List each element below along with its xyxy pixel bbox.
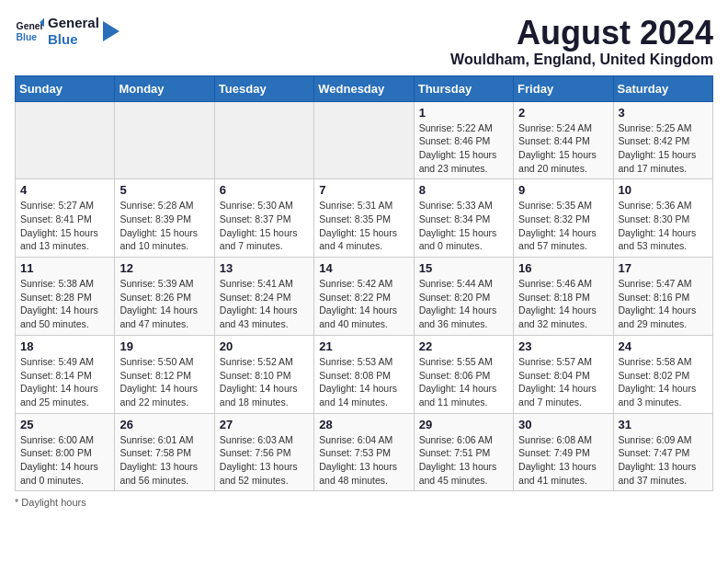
calendar-cell: 16Sunrise: 5:46 AMSunset: 8:18 PMDayligh… (514, 258, 613, 336)
day-content: Sunrise: 5:39 AMSunset: 8:26 PMDaylight:… (119, 277, 209, 331)
day-content: Sunrise: 6:09 AMSunset: 7:47 PMDaylight:… (619, 433, 708, 488)
calendar-cell: 20Sunrise: 5:52 AMSunset: 8:10 PMDayligh… (214, 335, 313, 413)
calendar-week-1: 1Sunrise: 5:22 AMSunset: 8:46 PMDaylight… (16, 101, 713, 179)
day-content: Sunrise: 5:41 AMSunset: 8:24 PMDaylight:… (220, 277, 309, 331)
header-monday: Monday (115, 75, 214, 101)
day-number: 9 (518, 183, 608, 197)
header-wednesday: Wednesday (314, 75, 414, 101)
calendar-cell: 19Sunrise: 5:50 AMSunset: 8:12 PMDayligh… (115, 335, 214, 413)
calendar-cell: 11Sunrise: 5:38 AMSunset: 8:28 PMDayligh… (16, 258, 115, 336)
day-content: Sunrise: 5:31 AMSunset: 8:35 PMDaylight:… (319, 199, 408, 253)
calendar-week-4: 18Sunrise: 5:49 AMSunset: 8:14 PMDayligh… (16, 335, 713, 413)
calendar-week-3: 11Sunrise: 5:38 AMSunset: 8:28 PMDayligh… (16, 258, 713, 336)
header-thursday: Thursday (414, 75, 513, 101)
calendar-cell: 6Sunrise: 5:30 AMSunset: 8:37 PMDaylight… (214, 179, 313, 258)
day-number: 16 (518, 261, 608, 275)
calendar-cell (115, 101, 214, 179)
calendar-cell: 26Sunrise: 6:01 AMSunset: 7:58 PMDayligh… (115, 413, 214, 491)
footer-note: * Daylight hours (15, 497, 713, 508)
day-content: Sunrise: 6:01 AMSunset: 7:58 PMDaylight:… (119, 433, 209, 488)
calendar-cell: 30Sunrise: 6:08 AMSunset: 7:49 PMDayligh… (514, 413, 613, 491)
day-number: 2 (518, 106, 608, 120)
day-content: Sunrise: 5:28 AMSunset: 8:39 PMDaylight:… (119, 199, 209, 253)
day-content: Sunrise: 6:08 AMSunset: 7:49 PMDaylight:… (518, 433, 608, 488)
day-number: 13 (220, 261, 309, 275)
day-number: 12 (119, 261, 209, 275)
page-header: General Blue General Blue August 2024 Wo… (15, 15, 713, 68)
day-content: Sunrise: 5:24 AMSunset: 8:44 PMDaylight:… (518, 121, 608, 176)
day-number: 30 (518, 418, 608, 431)
day-number: 31 (619, 418, 708, 431)
day-number: 14 (319, 261, 408, 275)
day-content: Sunrise: 5:38 AMSunset: 8:28 PMDaylight:… (20, 277, 109, 331)
calendar-cell: 3Sunrise: 5:25 AMSunset: 8:42 PMDaylight… (613, 101, 712, 179)
header-sunday: Sunday (16, 75, 115, 101)
logo-icon: General Blue (15, 17, 44, 46)
day-content: Sunrise: 5:36 AMSunset: 8:30 PMDaylight:… (619, 199, 708, 253)
day-number: 4 (20, 183, 109, 197)
day-content: Sunrise: 5:55 AMSunset: 8:06 PMDaylight:… (419, 355, 508, 409)
location-title: Wouldham, England, United Kingdom (450, 52, 713, 68)
calendar-cell: 4Sunrise: 5:27 AMSunset: 8:41 PMDaylight… (16, 179, 115, 258)
day-number: 15 (419, 261, 508, 275)
day-number: 19 (119, 339, 209, 353)
day-content: Sunrise: 5:27 AMSunset: 8:41 PMDaylight:… (20, 199, 109, 253)
calendar-cell: 22Sunrise: 5:55 AMSunset: 8:06 PMDayligh… (414, 335, 513, 413)
day-number: 24 (619, 339, 708, 353)
calendar-cell: 18Sunrise: 5:49 AMSunset: 8:14 PMDayligh… (16, 335, 115, 413)
header-tuesday: Tuesday (214, 75, 313, 101)
logo-triangle-icon (103, 21, 119, 41)
day-number: 8 (419, 183, 508, 197)
calendar-cell: 5Sunrise: 5:28 AMSunset: 8:39 PMDaylight… (115, 179, 214, 258)
svg-text:General: General (17, 21, 44, 31)
day-content: Sunrise: 5:47 AMSunset: 8:16 PMDaylight:… (619, 277, 708, 331)
day-content: Sunrise: 5:46 AMSunset: 8:18 PMDaylight:… (518, 277, 608, 331)
calendar-cell: 31Sunrise: 6:09 AMSunset: 7:47 PMDayligh… (613, 413, 712, 491)
calendar-cell (314, 101, 414, 179)
day-content: Sunrise: 6:04 AMSunset: 7:53 PMDaylight:… (319, 433, 408, 488)
calendar-cell: 7Sunrise: 5:31 AMSunset: 8:35 PMDaylight… (314, 179, 414, 258)
day-number: 28 (319, 418, 408, 431)
calendar-cell: 23Sunrise: 5:57 AMSunset: 8:04 PMDayligh… (514, 335, 613, 413)
day-content: Sunrise: 5:52 AMSunset: 8:10 PMDaylight:… (220, 355, 309, 409)
calendar-cell: 15Sunrise: 5:44 AMSunset: 8:20 PMDayligh… (414, 258, 513, 336)
day-content: Sunrise: 5:58 AMSunset: 8:02 PMDaylight:… (619, 355, 708, 409)
day-number: 17 (619, 261, 708, 275)
day-content: Sunrise: 5:30 AMSunset: 8:37 PMDaylight:… (220, 199, 309, 253)
day-content: Sunrise: 6:00 AMSunset: 8:00 PMDaylight:… (20, 433, 109, 488)
day-number: 25 (20, 418, 109, 431)
calendar-cell (214, 101, 313, 179)
calendar-cell: 12Sunrise: 5:39 AMSunset: 8:26 PMDayligh… (115, 258, 214, 336)
day-content: Sunrise: 6:03 AMSunset: 7:56 PMDaylight:… (220, 433, 309, 488)
day-number: 29 (419, 418, 508, 431)
month-title: August 2024 (450, 15, 713, 52)
calendar-cell: 8Sunrise: 5:33 AMSunset: 8:34 PMDaylight… (414, 179, 513, 258)
day-number: 3 (619, 106, 708, 120)
logo-text-blue: Blue (48, 31, 99, 48)
calendar-cell: 21Sunrise: 5:53 AMSunset: 8:08 PMDayligh… (314, 335, 414, 413)
day-number: 22 (419, 339, 508, 353)
day-number: 5 (119, 183, 209, 197)
day-number: 7 (319, 183, 408, 197)
day-content: Sunrise: 5:44 AMSunset: 8:20 PMDaylight:… (419, 277, 508, 331)
logo: General Blue General Blue (15, 15, 119, 48)
svg-text:Blue: Blue (17, 32, 38, 42)
calendar-cell: 10Sunrise: 5:36 AMSunset: 8:30 PMDayligh… (613, 179, 712, 258)
calendar-cell: 28Sunrise: 6:04 AMSunset: 7:53 PMDayligh… (314, 413, 414, 491)
calendar-cell (16, 101, 115, 179)
day-content: Sunrise: 5:50 AMSunset: 8:12 PMDaylight:… (119, 355, 209, 409)
header-saturday: Saturday (613, 75, 712, 101)
day-number: 21 (319, 339, 408, 353)
day-content: Sunrise: 6:06 AMSunset: 7:51 PMDaylight:… (419, 433, 508, 488)
calendar-cell: 14Sunrise: 5:42 AMSunset: 8:22 PMDayligh… (314, 258, 414, 336)
day-number: 26 (119, 418, 209, 431)
day-number: 23 (518, 339, 608, 353)
calendar-cell: 24Sunrise: 5:58 AMSunset: 8:02 PMDayligh… (613, 335, 712, 413)
calendar-table: Sunday Monday Tuesday Wednesday Thursday… (15, 75, 713, 492)
calendar-cell: 25Sunrise: 6:00 AMSunset: 8:00 PMDayligh… (16, 413, 115, 491)
day-content: Sunrise: 5:25 AMSunset: 8:42 PMDaylight:… (619, 121, 708, 176)
svg-marker-3 (103, 21, 119, 41)
title-section: August 2024 Wouldham, England, United Ki… (450, 15, 713, 68)
calendar-cell: 9Sunrise: 5:35 AMSunset: 8:32 PMDaylight… (514, 179, 613, 258)
day-number: 6 (220, 183, 309, 197)
